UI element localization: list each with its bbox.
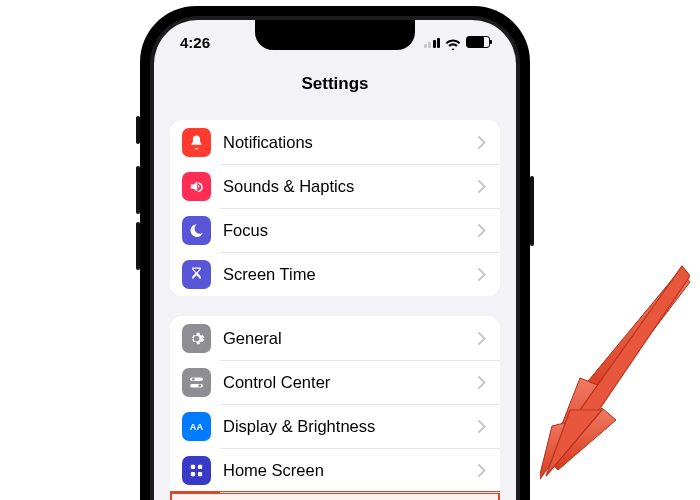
cellular-signal-icon bbox=[424, 37, 441, 48]
svg-marker-11 bbox=[584, 270, 690, 400]
row-label: Control Center bbox=[223, 373, 478, 392]
chevron-right-icon bbox=[478, 136, 486, 149]
notch bbox=[255, 20, 415, 50]
aa-icon: AA bbox=[182, 412, 211, 441]
settings-row-homescreen[interactable]: Home Screen bbox=[170, 448, 500, 492]
chevron-right-icon bbox=[478, 464, 486, 477]
gear-icon bbox=[182, 324, 211, 353]
svg-point-2 bbox=[192, 377, 195, 380]
power-button bbox=[530, 176, 534, 246]
svg-text:AA: AA bbox=[190, 422, 204, 432]
battery-icon bbox=[466, 36, 490, 48]
switches-icon bbox=[182, 368, 211, 397]
settings-row-accessibility[interactable]: Accessibility bbox=[170, 492, 500, 500]
settings-list[interactable]: NotificationsSounds & HapticsFocusScreen… bbox=[154, 106, 516, 500]
chevron-right-icon bbox=[478, 180, 486, 193]
chevron-right-icon bbox=[478, 268, 486, 281]
svg-rect-5 bbox=[191, 464, 195, 468]
svg-marker-12 bbox=[548, 378, 610, 460]
row-label: Focus bbox=[223, 221, 478, 240]
row-label: Display & Brightness bbox=[223, 417, 478, 436]
row-label: Screen Time bbox=[223, 265, 478, 284]
row-label: General bbox=[223, 329, 478, 348]
phone-screen: 4:26 Settings NotificationsSounds & Hapt… bbox=[154, 20, 516, 500]
settings-row-screentime[interactable]: Screen Time bbox=[170, 252, 500, 296]
chevron-right-icon bbox=[478, 376, 486, 389]
page-title: Settings bbox=[301, 74, 368, 94]
svg-rect-8 bbox=[198, 471, 202, 475]
status-time: 4:26 bbox=[180, 34, 210, 51]
settings-group: GeneralControl CenterAADisplay & Brightn… bbox=[170, 316, 500, 500]
svg-marker-15 bbox=[580, 266, 690, 420]
moon-icon bbox=[182, 216, 211, 245]
settings-row-display[interactable]: AADisplay & Brightness bbox=[170, 404, 500, 448]
settings-row-controlcenter[interactable]: Control Center bbox=[170, 360, 500, 404]
svg-point-3 bbox=[198, 384, 201, 387]
svg-marker-14 bbox=[540, 418, 584, 482]
svg-rect-7 bbox=[191, 471, 195, 475]
volume-down-button bbox=[136, 222, 140, 270]
settings-row-sounds[interactable]: Sounds & Haptics bbox=[170, 164, 500, 208]
row-label: Sounds & Haptics bbox=[223, 177, 478, 196]
wifi-icon bbox=[445, 36, 461, 48]
callout-arrow-icon bbox=[540, 260, 690, 490]
settings-row-general[interactable]: General bbox=[170, 316, 500, 360]
chevron-right-icon bbox=[478, 224, 486, 237]
row-label: Home Screen bbox=[223, 461, 478, 480]
row-label: Notifications bbox=[223, 133, 478, 152]
phone-frame: 4:26 Settings NotificationsSounds & Hapt… bbox=[140, 6, 530, 500]
settings-group: NotificationsSounds & HapticsFocusScreen… bbox=[170, 120, 500, 296]
svg-marker-13 bbox=[546, 408, 616, 470]
speaker-icon bbox=[182, 172, 211, 201]
bell-icon bbox=[182, 128, 211, 157]
chevron-right-icon bbox=[478, 420, 486, 433]
svg-marker-16 bbox=[546, 410, 602, 476]
mute-switch bbox=[136, 116, 140, 144]
grid-icon bbox=[182, 456, 211, 485]
hourglass-icon bbox=[182, 260, 211, 289]
chevron-right-icon bbox=[478, 332, 486, 345]
settings-row-notifications[interactable]: Notifications bbox=[170, 120, 500, 164]
settings-row-focus[interactable]: Focus bbox=[170, 208, 500, 252]
svg-rect-6 bbox=[198, 464, 202, 468]
nav-bar: Settings bbox=[154, 64, 516, 104]
volume-up-button bbox=[136, 166, 140, 214]
